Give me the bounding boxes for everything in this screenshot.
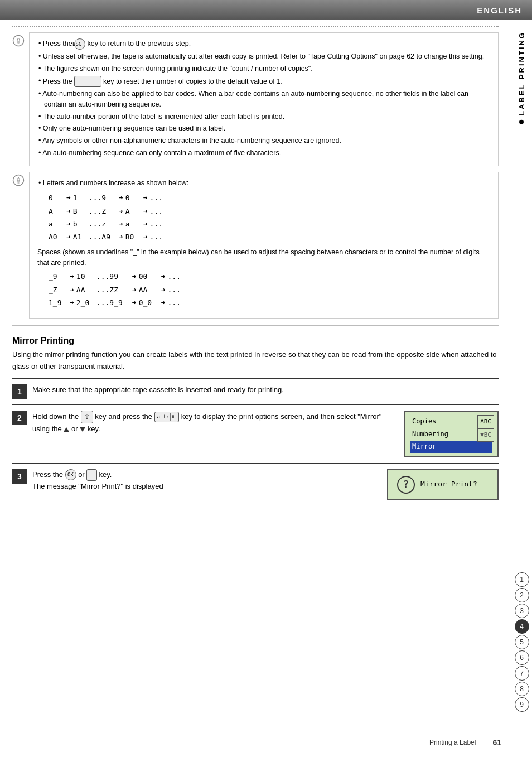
seq-row-3: A0 ➜ A1 ...A9 ➜ B0 ➜ ... bbox=[49, 230, 490, 243]
footer: Printing a Label 61 bbox=[429, 738, 501, 747]
sidebar-num-8: 8 bbox=[515, 682, 529, 696]
note-1-item-1: Unless set otherwise, the tape is automa… bbox=[37, 51, 490, 62]
sidebar-num-1: 1 bbox=[515, 572, 529, 587]
bulb-icon-col bbox=[12, 35, 25, 49]
note-1-item-7: Any symbols or other non-alphanumeric ch… bbox=[37, 136, 490, 146]
bulb-icon-col-2 bbox=[12, 174, 25, 188]
note-1-item-8: An auto-numbering sequence can only cont… bbox=[37, 148, 490, 158]
dotted-divider bbox=[12, 26, 499, 27]
note-1-list: Press the ESC key to return to the previ… bbox=[37, 38, 490, 158]
step-2-text: Hold down the ⇧ key and press the a tr ▮… bbox=[32, 411, 395, 435]
header-title: ENGLISH bbox=[477, 6, 522, 15]
lcd-abc-label: ABC bbox=[477, 415, 494, 428]
step-3-text: Press the OK or key. The message "Mirror… bbox=[32, 469, 378, 493]
seq-row-1: A ➜ B ...Z ➜ A ➜ ... bbox=[49, 205, 490, 218]
sidebar-num-7: 7 bbox=[515, 666, 529, 681]
note-1-item-2: The figures shown on the screen during p… bbox=[37, 64, 490, 74]
shift-key-icon: ⇧ bbox=[81, 411, 93, 423]
step-1-number: 1 bbox=[12, 384, 27, 399]
ok-key-icon: OK bbox=[65, 469, 76, 480]
spaces-text: Spaces (shown as underlines "_" in the e… bbox=[37, 247, 490, 268]
sidebar-num-9: 9 bbox=[515, 697, 529, 712]
seq-via-0: 1 bbox=[73, 191, 89, 204]
clear-key-icon bbox=[74, 76, 101, 88]
seq-row-2: a ➜ b ...z ➜ a ➜ ... bbox=[49, 218, 490, 230]
lcd-row-mirror: Mirror bbox=[410, 441, 492, 452]
seq2-row-0: _9 ➜ 10 ...99 ➜ 00 ➜ ... bbox=[49, 270, 490, 283]
step-3-number: 3 bbox=[12, 469, 27, 484]
right-sidebar: LABEL PRINTING 123456789 bbox=[511, 20, 532, 745]
bulb-icon bbox=[12, 35, 25, 47]
note-1-item-0: Press the ESC key to return to the previ… bbox=[37, 38, 490, 50]
question-circle-icon: ? bbox=[397, 476, 415, 494]
mirror-display: ? Mirror Print? bbox=[387, 469, 499, 500]
note-2-intro: Letters and numbers increase as shown be… bbox=[37, 178, 490, 189]
step-3: 3 Press the OK or key. The message "Mirr… bbox=[12, 463, 499, 506]
sidebar-num-6: 6 bbox=[515, 650, 529, 665]
note-2-list: Letters and numbers increase as shown be… bbox=[37, 178, 490, 189]
step-2-number: 2 bbox=[12, 411, 27, 425]
note-1-item-6: Only one auto-numbering sequence can be … bbox=[37, 123, 490, 134]
up-arrow-icon bbox=[64, 427, 69, 432]
mirror-section-heading: Mirror Printing bbox=[12, 336, 499, 346]
main-content: Press the ESC key to return to the previ… bbox=[0, 26, 511, 506]
step-3-row: Press the OK or key. The message "Mirror… bbox=[32, 469, 499, 500]
footer-page-label: Printing a Label bbox=[429, 739, 476, 746]
esc-key-icon: ESC bbox=[74, 38, 85, 50]
sidebar-bullet bbox=[520, 120, 524, 124]
note-1-item-3: Press the key to reset the number of cop… bbox=[37, 76, 490, 88]
sidebar-numbers: 123456789 bbox=[515, 572, 529, 712]
header: ENGLISH bbox=[0, 0, 532, 20]
lcd-vbc-label: ▼BC bbox=[477, 428, 494, 442]
mirror-print-text: Mirror Print? bbox=[420, 479, 477, 490]
step-1-content: Make sure that the appropriate tape cass… bbox=[32, 384, 499, 396]
print-key-icon: a tr ▮ bbox=[154, 412, 180, 422]
step-1-text: Make sure that the appropriate tape cass… bbox=[32, 385, 284, 394]
step-3-content: Press the OK or key. The message "Mirror… bbox=[32, 469, 499, 500]
down-arrow-icon bbox=[80, 427, 85, 432]
bulb-icon-2 bbox=[12, 174, 25, 186]
step-2-row: Hold down the ⇧ key and press the a tr ▮… bbox=[32, 411, 499, 457]
sequence-table-1: 0 ➜ 1 ...9 ➜ 0 ➜ ... A ➜ B ...Z ➜ A ➜ bbox=[49, 191, 490, 244]
footer-page-number: 61 bbox=[492, 738, 501, 747]
step-2-image: Copies Numbering Mirror ABC ▼BC bbox=[404, 411, 499, 457]
step-2: 2 Hold down the ⇧ key and press the a tr… bbox=[12, 404, 499, 463]
step-3-image: ? Mirror Print? bbox=[387, 469, 499, 500]
enter-key-icon bbox=[86, 469, 97, 481]
sidebar-num-4: 4 bbox=[515, 619, 529, 634]
note-1-content: Press the ESC key to return to the previ… bbox=[29, 32, 499, 166]
mirror-section-intro: Using the mirror printing function you c… bbox=[12, 349, 499, 373]
step-2-content: Hold down the ⇧ key and press the a tr ▮… bbox=[32, 411, 499, 457]
seq-from-0: 0 bbox=[49, 191, 64, 204]
lcd-display: Copies Numbering Mirror ABC ▼BC bbox=[404, 411, 499, 457]
section-rule bbox=[12, 325, 499, 326]
seq2-row-1: _Z ➜ AA ...ZZ ➜ AA ➜ ... bbox=[49, 283, 490, 296]
seq2-row-2: 1_9 ➜ 2_0 ...9_9 ➜ 0_0 ➜ ... bbox=[49, 296, 490, 309]
sidebar-num-3: 3 bbox=[515, 604, 529, 618]
seq-row-0: 0 ➜ 1 ...9 ➜ 0 ➜ ... bbox=[49, 191, 490, 204]
svg-point-0 bbox=[13, 36, 24, 46]
svg-point-3 bbox=[13, 175, 24, 185]
note-box-2: Letters and numbers increase as shown be… bbox=[12, 172, 499, 319]
step-1: 1 Make sure that the appropriate tape ca… bbox=[12, 378, 499, 404]
note-box-1: Press the ESC key to return to the previ… bbox=[12, 32, 499, 166]
sidebar-label: LABEL PRINTING bbox=[518, 31, 526, 124]
note-2-content: Letters and numbers increase as shown be… bbox=[29, 172, 499, 319]
note-1-item-5: The auto-number portion of the label is … bbox=[37, 112, 490, 122]
sidebar-num-5: 5 bbox=[515, 635, 529, 649]
sequence-table-2: _9 ➜ 10 ...99 ➜ 00 ➜ ... _Z ➜ AA ...ZZ ➜… bbox=[49, 270, 490, 309]
note-1-item-4: Auto-numbering can also be applied to ba… bbox=[37, 89, 490, 110]
sidebar-num-2: 2 bbox=[515, 588, 529, 602]
